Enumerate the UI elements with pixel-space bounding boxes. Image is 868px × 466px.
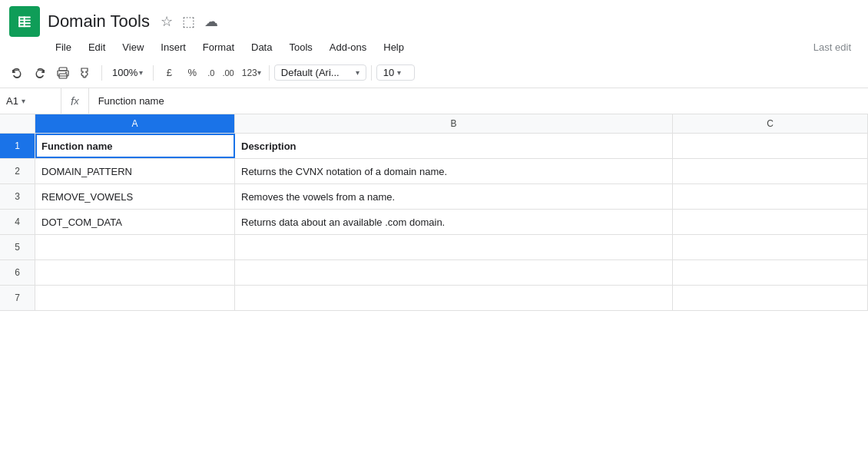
- font-size-chevron-icon: ▾: [397, 68, 401, 77]
- menu-insert[interactable]: Insert: [153, 38, 194, 56]
- percent-button[interactable]: %: [181, 62, 203, 84]
- last-edit-link[interactable]: Last edit: [806, 38, 859, 56]
- cell-b7[interactable]: [235, 286, 673, 310]
- row-number-7: 7: [0, 286, 35, 310]
- app-icon: [9, 6, 40, 37]
- font-chevron-icon: ▾: [356, 68, 359, 77]
- title-bar: Domain Tools ☆ ⬚ ☁: [0, 0, 868, 37]
- cell-a5[interactable]: [35, 235, 235, 259]
- cell-b3[interactable]: Removes the vowels from a name.: [235, 184, 673, 209]
- folder-icon[interactable]: ⬚: [182, 13, 195, 30]
- font-selector[interactable]: Default (Ari... ▾: [274, 64, 366, 81]
- column-header-a[interactable]: A: [35, 114, 235, 133]
- cell-a3[interactable]: REMOVE_VOWELS: [35, 184, 235, 209]
- row-number-3: 3: [0, 184, 35, 209]
- cell-c3[interactable]: [673, 184, 868, 209]
- cell-a4[interactable]: DOT_COM_DATA: [35, 210, 235, 234]
- toolbar: 100% ▾ £ % .0 .00 123 ▾ Default (Ari... …: [0, 58, 868, 88]
- cell-c4[interactable]: [673, 210, 868, 234]
- cell-c7[interactable]: [673, 286, 868, 310]
- format-paint-button[interactable]: [75, 62, 97, 84]
- redo-button[interactable]: [29, 62, 51, 84]
- column-header-row: A B C: [0, 114, 868, 134]
- table-row: 4 DOT_COM_DATA Returns data about an ava…: [0, 210, 868, 235]
- cell-ref-chevron-icon: ▾: [22, 97, 25, 105]
- print-button[interactable]: [52, 62, 74, 84]
- row-number-6: 6: [0, 260, 35, 285]
- cell-b4[interactable]: Returns data about an available .com dom…: [235, 210, 673, 234]
- format-number-chevron-icon: ▾: [257, 68, 261, 77]
- table-row: 7: [0, 286, 868, 311]
- title-icons: ☆ ⬚ ☁: [161, 13, 218, 30]
- toolbar-separator-1: [101, 65, 102, 81]
- svg-rect-6: [24, 17, 25, 28]
- cell-a7[interactable]: [35, 286, 235, 310]
- corner-header: [0, 114, 35, 133]
- menu-help[interactable]: Help: [376, 38, 412, 56]
- menu-addons[interactable]: Add-ons: [322, 38, 374, 56]
- cell-a1[interactable]: Function name: [35, 134, 235, 158]
- menu-file[interactable]: File: [48, 38, 79, 56]
- table-row: 1 Function name Description: [0, 134, 868, 159]
- toolbar-separator-4: [371, 65, 372, 81]
- zoom-selector[interactable]: 100% ▾: [107, 64, 148, 81]
- cell-c1[interactable]: [673, 134, 868, 158]
- undo-button[interactable]: [6, 62, 28, 84]
- menu-bar: File Edit View Insert Format Data Tools …: [0, 37, 868, 58]
- cloud-icon[interactable]: ☁: [204, 13, 218, 30]
- menu-tools[interactable]: Tools: [281, 38, 320, 56]
- table-row: 3 REMOVE_VOWELS Removes the vowels from …: [0, 184, 868, 210]
- menu-data[interactable]: Data: [244, 38, 280, 56]
- table-row: 2 DOMAIN_PATTERN Returns the CVNX notati…: [0, 159, 868, 184]
- row-number-2: 2: [0, 159, 35, 183]
- cell-c6[interactable]: [673, 260, 868, 285]
- row-number-1: 1: [0, 134, 35, 158]
- column-header-b[interactable]: B: [235, 114, 673, 133]
- format-number-label: 123: [242, 68, 257, 78]
- table-row: 5: [0, 235, 868, 260]
- row-number-5: 5: [0, 235, 35, 259]
- font-size-selector[interactable]: 10 ▾: [376, 64, 415, 81]
- font-name-label: Default (Ari...: [281, 67, 353, 78]
- app-title: Domain Tools: [48, 12, 150, 31]
- toolbar-separator-2: [153, 65, 154, 81]
- cell-ref-value: A1: [6, 95, 18, 107]
- cell-a6[interactable]: [35, 260, 235, 285]
- table-row: 6: [0, 260, 868, 286]
- cell-b2[interactable]: Returns the CVNX notation of a domain na…: [235, 159, 673, 183]
- menu-view[interactable]: View: [114, 38, 151, 56]
- svg-point-10: [65, 71, 67, 73]
- decimal-decrease-button[interactable]: .0: [204, 62, 217, 84]
- cell-a2[interactable]: DOMAIN_PATTERN: [35, 159, 235, 183]
- spreadsheet: A B C 1 Function name Description 2 DOMA…: [0, 114, 868, 311]
- menu-format[interactable]: Format: [195, 38, 242, 56]
- formula-bar: A1 ▾ fx Function name: [0, 88, 868, 114]
- star-icon[interactable]: ☆: [161, 13, 173, 30]
- cell-c5[interactable]: [673, 235, 868, 259]
- decimal-increase-button[interactable]: .00: [219, 62, 237, 84]
- zoom-chevron-icon: ▾: [139, 68, 143, 77]
- svg-rect-5: [18, 17, 20, 28]
- format-number-button[interactable]: 123 ▾: [239, 62, 264, 84]
- toolbar-separator-3: [269, 65, 270, 81]
- cell-c2[interactable]: [673, 159, 868, 183]
- cell-b6[interactable]: [235, 260, 673, 285]
- row-number-4: 4: [0, 210, 35, 234]
- formula-content[interactable]: Function name: [89, 95, 868, 107]
- zoom-value: 100%: [112, 67, 137, 78]
- font-size-label: 10: [383, 67, 394, 78]
- cell-reference[interactable]: A1 ▾: [0, 88, 61, 114]
- column-header-c[interactable]: C: [673, 114, 868, 133]
- currency-button[interactable]: £: [158, 62, 180, 84]
- formula-fx-icon: fx: [61, 88, 89, 114]
- cell-b5[interactable]: [235, 235, 673, 259]
- menu-edit[interactable]: Edit: [81, 38, 113, 56]
- cell-b1[interactable]: Description: [235, 134, 673, 158]
